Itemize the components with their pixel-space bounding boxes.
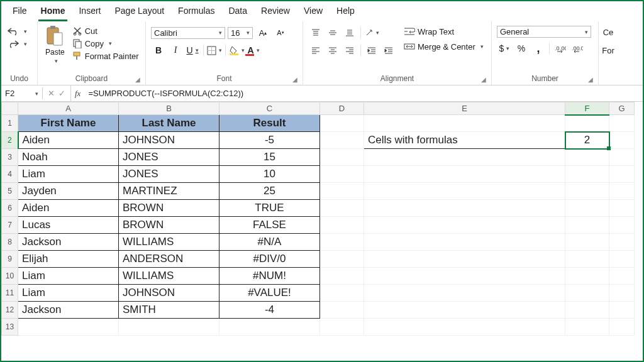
cell-D5[interactable]: [320, 183, 364, 200]
cell-C10[interactable]: #NUM!: [219, 268, 320, 285]
cancel-formula-icon[interactable]: ✕: [48, 89, 55, 98]
cell-E1[interactable]: [364, 115, 565, 132]
cell-D8[interactable]: [320, 234, 364, 251]
font-dialog-launcher[interactable]: ◢: [292, 76, 297, 83]
cell-G4[interactable]: [609, 166, 635, 183]
menu-insert[interactable]: Insert: [76, 4, 103, 21]
decrease-indent-button[interactable]: [364, 43, 379, 57]
cell-E7[interactable]: [364, 217, 565, 234]
menu-help[interactable]: Help: [334, 4, 357, 21]
cell-C13[interactable]: [219, 319, 320, 336]
cell-B4[interactable]: JONES: [119, 166, 219, 183]
cell-G10[interactable]: [609, 268, 635, 285]
cell-D12[interactable]: [320, 302, 364, 319]
align-middle-button[interactable]: [325, 26, 340, 40]
cell-F3[interactable]: [565, 149, 609, 166]
cell-C2[interactable]: -5: [219, 132, 320, 149]
menu-review[interactable]: Review: [258, 4, 292, 21]
cell-B6[interactable]: BROWN: [119, 200, 219, 217]
cell-C4[interactable]: 10: [219, 166, 320, 183]
cell-C8[interactable]: #N/A: [219, 234, 320, 251]
row-header-5[interactable]: 5: [2, 183, 18, 200]
cell-G12[interactable]: [609, 302, 635, 319]
menu-view[interactable]: View: [301, 4, 325, 21]
cell-G5[interactable]: [609, 183, 635, 200]
cell-B10[interactable]: WILLIAMS: [119, 268, 219, 285]
paste-button[interactable]: Paste▾: [43, 24, 67, 65]
cell-F2[interactable]: 2: [565, 132, 609, 149]
menu-file[interactable]: File: [10, 4, 30, 21]
row-header-1[interactable]: 1: [2, 115, 18, 132]
cell-E13[interactable]: [364, 319, 565, 336]
menu-data[interactable]: Data: [226, 4, 250, 21]
cell-A4[interactable]: Liam: [18, 166, 119, 183]
col-header-C[interactable]: C: [219, 102, 320, 115]
cell-A5[interactable]: Jayden: [18, 183, 119, 200]
menu-page-layout[interactable]: Page Layout: [112, 4, 167, 21]
cell-G6[interactable]: [609, 200, 635, 217]
cell-C9[interactable]: #DIV/0: [219, 251, 320, 268]
align-bottom-button[interactable]: [342, 26, 357, 40]
increase-indent-button[interactable]: [381, 43, 396, 57]
orientation-button[interactable]: ▾: [364, 26, 379, 40]
cell-A1[interactable]: First Name: [18, 115, 119, 132]
row-header-4[interactable]: 4: [2, 166, 18, 183]
cell-F13[interactable]: [565, 319, 609, 336]
align-right-button[interactable]: [342, 43, 357, 57]
cell-E6[interactable]: [364, 200, 565, 217]
cell-D13[interactable]: [320, 319, 364, 336]
bold-button[interactable]: B: [151, 43, 166, 57]
cell-E4[interactable]: [364, 166, 565, 183]
col-header-D[interactable]: D: [320, 102, 364, 115]
increase-decimal-button[interactable]: .0.00: [553, 41, 568, 55]
cell-B1[interactable]: Last Name: [119, 115, 219, 132]
menu-home[interactable]: Home: [38, 4, 68, 21]
number-format-select[interactable]: General▾: [497, 26, 591, 38]
cell-C7[interactable]: FALSE: [219, 217, 320, 234]
cell-B7[interactable]: BROWN: [119, 217, 219, 234]
row-header-8[interactable]: 8: [2, 234, 18, 251]
cell-A11[interactable]: Liam: [18, 285, 119, 302]
clipboard-dialog-launcher[interactable]: ◢: [135, 76, 140, 83]
font-color-button[interactable]: A▾: [246, 43, 261, 57]
cell-D1[interactable]: [320, 115, 364, 132]
redo-button[interactable]: ▾: [6, 39, 28, 49]
cell-F4[interactable]: [565, 166, 609, 183]
cell-C11[interactable]: #VALUE!: [219, 285, 320, 302]
accounting-format-button[interactable]: $▾: [497, 41, 512, 55]
cell-E10[interactable]: [364, 268, 565, 285]
cell-G13[interactable]: [609, 319, 635, 336]
cell-C12[interactable]: -4: [219, 302, 320, 319]
conditional-formatting-partial[interactable]: Ce: [603, 28, 614, 37]
cell-B3[interactable]: JONES: [119, 149, 219, 166]
cell-F7[interactable]: [565, 217, 609, 234]
cell-D11[interactable]: [320, 285, 364, 302]
format-painter-button[interactable]: Format Painter: [71, 50, 140, 62]
cell-F1[interactable]: [565, 115, 609, 132]
cell-C6[interactable]: TRUE: [219, 200, 320, 217]
row-header-3[interactable]: 3: [2, 149, 18, 166]
align-center-button[interactable]: [325, 43, 340, 57]
merge-center-button[interactable]: Merge & Center▾: [402, 41, 485, 52]
cell-B8[interactable]: WILLIAMS: [119, 234, 219, 251]
cell-B11[interactable]: JOHNSON: [119, 285, 219, 302]
col-header-B[interactable]: B: [119, 102, 219, 115]
cell-A3[interactable]: Noah: [18, 149, 119, 166]
cell-A6[interactable]: Aiden: [18, 200, 119, 217]
cell-D3[interactable]: [320, 149, 364, 166]
cell-C3[interactable]: 15: [219, 149, 320, 166]
col-header-A[interactable]: A: [18, 102, 119, 115]
cell-F6[interactable]: [565, 200, 609, 217]
cell-B5[interactable]: MARTINEZ: [119, 183, 219, 200]
cell-D10[interactable]: [320, 268, 364, 285]
cell-E9[interactable]: [364, 251, 565, 268]
cell-D9[interactable]: [320, 251, 364, 268]
percent-format-button[interactable]: %: [514, 41, 529, 55]
cell-A10[interactable]: Liam: [18, 268, 119, 285]
menu-formulas[interactable]: Formulas: [175, 4, 217, 21]
formula-input[interactable]: =SUMPRODUCT(--ISFORMULA(C2:C12)): [84, 87, 643, 99]
copy-button[interactable]: Copy▾: [71, 38, 140, 49]
cell-A13[interactable]: [18, 319, 119, 336]
row-header-9[interactable]: 9: [2, 251, 18, 268]
decrease-font-button[interactable]: A▾: [273, 26, 288, 40]
